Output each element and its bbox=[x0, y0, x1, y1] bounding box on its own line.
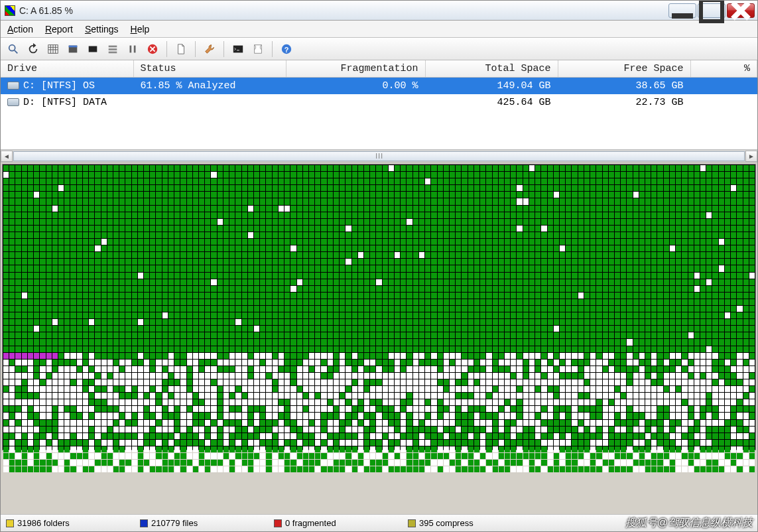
window-title: C: A 61.85 % bbox=[19, 5, 668, 16]
analyze-icon[interactable] bbox=[6, 42, 21, 56]
toolbar-separator bbox=[223, 41, 224, 57]
folders-swatch bbox=[6, 519, 14, 527]
toolbar-separator bbox=[272, 41, 273, 57]
block-view-icon[interactable] bbox=[66, 42, 80, 56]
menu-report[interactable]: Report bbox=[45, 24, 73, 34]
svg-rect-6 bbox=[109, 45, 117, 47]
status-compressed: 395 compress bbox=[408, 518, 534, 528]
toolbar-separator bbox=[195, 41, 196, 57]
toolbar: ? bbox=[1, 38, 757, 60]
col-percent[interactable]: % bbox=[690, 60, 757, 78]
status-files: 210779 files bbox=[140, 518, 266, 528]
solid-view-icon[interactable] bbox=[86, 42, 100, 56]
minimize-button[interactable] bbox=[668, 3, 696, 18]
drive-row[interactable]: D: [NTFS] DATA425.64 GB22.73 GB bbox=[1, 94, 757, 111]
wrench-icon[interactable] bbox=[202, 42, 217, 56]
pause-icon[interactable] bbox=[125, 42, 140, 56]
files-swatch bbox=[140, 519, 148, 527]
status-folders: 31986 folders bbox=[6, 518, 132, 528]
svg-text:?: ? bbox=[284, 45, 289, 53]
col-fragmentation[interactable]: Fragmentation bbox=[286, 60, 425, 78]
settings-grid-icon[interactable] bbox=[46, 42, 60, 56]
menu-help[interactable]: Help bbox=[131, 24, 150, 34]
svg-rect-0 bbox=[701, 0, 722, 21]
list-view-icon[interactable] bbox=[105, 42, 120, 56]
menu-action[interactable]: Action bbox=[7, 24, 33, 34]
toolbar-separator bbox=[166, 41, 167, 57]
svg-rect-4 bbox=[69, 45, 78, 47]
statusbar: 31986 folders 210779 files 0 fragmented … bbox=[1, 514, 757, 531]
report-sheet-icon[interactable] bbox=[251, 42, 265, 56]
scroll-right-arrow[interactable]: ► bbox=[745, 151, 757, 162]
fragmented-swatch bbox=[274, 519, 282, 527]
col-free[interactable]: Free Space bbox=[558, 60, 690, 78]
status-fragmented: 0 fragmented bbox=[274, 518, 400, 528]
app-icon bbox=[5, 5, 15, 16]
console-icon[interactable] bbox=[231, 42, 245, 56]
maximize-button[interactable] bbox=[698, 3, 726, 18]
reload-icon[interactable] bbox=[26, 42, 40, 56]
svg-point-1 bbox=[9, 44, 15, 50]
help-icon[interactable]: ? bbox=[279, 42, 294, 56]
document-icon[interactable] bbox=[174, 42, 188, 56]
menubar: Action Report Settings Help bbox=[1, 21, 757, 38]
column-headers: Drive Status Fragmentation Total Space F… bbox=[1, 60, 757, 78]
drive-list: Drive Status Fragmentation Total Space F… bbox=[1, 60, 757, 150]
menu-settings[interactable]: Settings bbox=[85, 24, 119, 34]
col-total[interactable]: Total Space bbox=[425, 60, 558, 78]
drive-icon bbox=[7, 82, 19, 90]
window-controls bbox=[668, 3, 755, 18]
col-status[interactable]: Status bbox=[133, 60, 286, 78]
svg-rect-9 bbox=[130, 45, 132, 52]
svg-rect-10 bbox=[134, 45, 136, 52]
cluster-map bbox=[2, 164, 756, 450]
close-button[interactable] bbox=[727, 3, 755, 18]
svg-rect-8 bbox=[109, 51, 117, 53]
drive-row[interactable]: C: [NTFS] OS61.85 % Analyzed0.00 %149.04… bbox=[1, 78, 757, 95]
scroll-thumb[interactable]: ⅠⅠⅠ bbox=[13, 151, 745, 161]
drive-icon bbox=[7, 98, 19, 106]
col-drive[interactable]: Drive bbox=[1, 60, 133, 78]
horizontal-scrollbar[interactable]: ◄ ⅠⅠⅠ ► bbox=[1, 150, 757, 163]
svg-rect-5 bbox=[89, 46, 97, 52]
svg-rect-7 bbox=[109, 48, 117, 50]
titlebar: C: A 61.85 % bbox=[1, 1, 757, 21]
stop-icon[interactable] bbox=[145, 42, 160, 56]
compressed-swatch bbox=[408, 519, 416, 527]
scroll-left-arrow[interactable]: ◄ bbox=[1, 151, 13, 162]
